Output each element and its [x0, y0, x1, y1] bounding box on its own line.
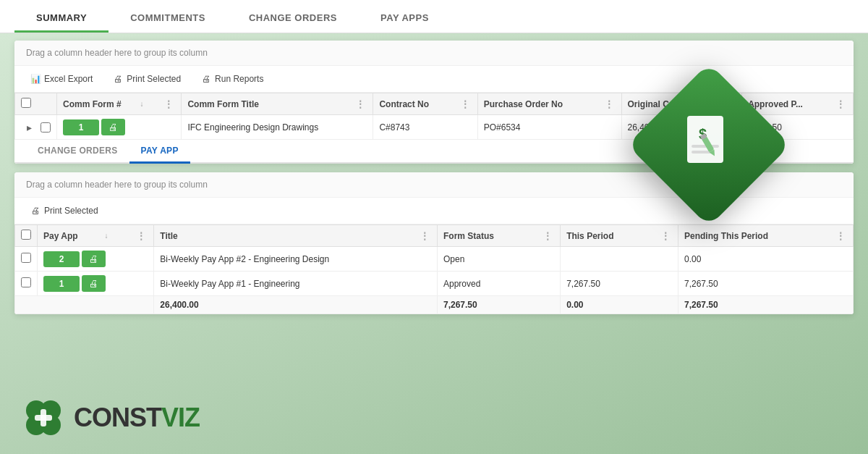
inner-tab-change-orders[interactable]: CHANGE ORDERS: [26, 140, 129, 164]
lower-row-pending-1: 7,267.50: [678, 272, 854, 296]
logo-icon: [22, 396, 65, 440]
footer-row: 26,400.00 7,267.50 0.00 7,267.50: [15, 296, 854, 314]
col-contract-no: Contract No ⋮: [373, 93, 477, 115]
upper-select-all-checkbox[interactable]: [21, 98, 31, 108]
lower-row-this-period-1: 7,267.50: [561, 272, 678, 296]
footer-val1: 26,400.00: [154, 296, 438, 314]
lower-col-menu-1[interactable]: ⋮: [418, 230, 431, 242]
lower-row-status-2: Open: [437, 247, 560, 272]
print-icon: 🖨: [113, 74, 123, 84]
footer-val3: 0.00: [561, 296, 678, 314]
row-num-button[interactable]: 1: [63, 119, 99, 135]
lower-row-num-button-1[interactable]: 1: [43, 276, 80, 292]
lower-row-checkbox-2[interactable]: [21, 253, 31, 263]
lower-row-print-button-2[interactable]: 🖨: [82, 251, 106, 267]
logo-area: CONSTVIZ: [22, 396, 200, 440]
row-contract-no: C#8743: [373, 115, 477, 140]
diamond-content: $: [637, 72, 781, 217]
footer-val4: 7,267.50: [678, 296, 854, 314]
logo-const: CONST: [74, 403, 161, 432]
col-this-period: This Period ⋮: [561, 225, 678, 247]
lower-row-print-button-1[interactable]: 🖨: [82, 275, 106, 292]
upper-select-all-header: [15, 93, 57, 115]
lower-row-title-2: Bi-Weekly Pay App #2 - Engineering Desig…: [154, 247, 438, 272]
lower-col-menu-3[interactable]: ⋮: [659, 230, 672, 242]
print-selected-button[interactable]: 🖨 Print Selected: [109, 72, 185, 86]
top-tabs: SUMMARY COMMITMENTS CHANGE ORDERS PAY AP…: [0, 0, 868, 33]
row-checkbox[interactable]: [41, 122, 51, 133]
table-row: 2 🖨 Bi-Weekly Pay App #2 - Engineering D…: [15, 247, 854, 272]
expand-row-arrow[interactable]: ▸: [21, 122, 38, 133]
row-purchase-order-no: PO#6534: [477, 115, 621, 140]
doc-icon-container: $: [637, 72, 781, 217]
col-menu-icon-0[interactable]: ⋮: [162, 98, 175, 110]
col-pending-this-period: Pending This Period ⋮: [678, 225, 854, 247]
table-row: 1 🖨 Bi-Weekly Pay App #1 - Engineering A…: [15, 272, 854, 296]
lower-col-menu-2[interactable]: ⋮: [541, 230, 554, 242]
lower-row-num-button-2[interactable]: 2: [43, 251, 80, 267]
excel-icon: 📊: [30, 74, 41, 84]
lower-row-check-1: [15, 272, 38, 296]
col-menu-icon-5[interactable]: ⋮: [834, 98, 847, 110]
tab-change-orders[interactable]: CHANGE ORDERS: [227, 5, 359, 33]
lower-col-menu-4[interactable]: ⋮: [834, 230, 847, 242]
lower-row-check-2: [15, 247, 38, 272]
upper-drag-hint: Drag a column header here to group its c…: [14, 41, 854, 66]
col-title: Title ⋮: [154, 225, 438, 247]
run-reports-button[interactable]: 🖨 Run Reports: [197, 72, 268, 86]
lower-sort-icon[interactable]: ↓: [104, 232, 108, 240]
excel-export-button[interactable]: 📊 Excel Export: [26, 72, 97, 86]
svg-rect-13: [35, 415, 52, 421]
lower-row-pending-2: 0.00: [678, 247, 854, 272]
col-form-status: Form Status ⋮: [437, 225, 560, 247]
lower-table: Pay App ↓ ⋮ Title ⋮: [14, 224, 854, 314]
row-comm-form-title: IFC Engineering Design Drawings: [182, 115, 373, 140]
col-menu-icon-2[interactable]: ⋮: [459, 98, 472, 110]
lower-print-selected-button[interactable]: 🖨 Print Selected: [26, 203, 103, 218]
col-comm-form-num: Comm Form # ↓ ⋮: [57, 93, 182, 115]
col-purchase-order-no: Purchase Order No ⋮: [477, 93, 621, 115]
col-comm-form-title: Comm Form Title ⋮: [182, 93, 373, 115]
footer-val2: 7,267.50: [437, 296, 560, 314]
lower-row-status-1: Approved: [437, 272, 560, 296]
lower-col-menu-0[interactable]: ⋮: [135, 230, 148, 242]
lower-select-all-header: [15, 225, 38, 247]
lower-row-this-period-2: [561, 247, 678, 272]
lower-row-checkbox-1[interactable]: [21, 277, 31, 287]
lower-row-pay-app-1: 1 🖨: [38, 272, 154, 296]
col-menu-icon-3[interactable]: ⋮: [603, 98, 616, 110]
main-container: SUMMARY COMMITMENTS CHANGE ORDERS PAY AP…: [0, 0, 868, 454]
row-comm-form-num: 1 🖨: [57, 115, 182, 140]
reports-icon: 🖨: [201, 74, 211, 84]
col-menu-icon-1[interactable]: ⋮: [354, 98, 367, 110]
lower-select-all-checkbox[interactable]: [21, 230, 31, 240]
tab-commitments[interactable]: COMMITMENTS: [109, 5, 227, 33]
document-icon: $: [673, 109, 745, 181]
footer-total-label: [15, 296, 154, 314]
lower-row-title-1: Bi-Weekly Pay App #1 - Engineering: [154, 272, 438, 296]
col-pay-app: Pay App ↓ ⋮: [38, 225, 154, 247]
logo-text: CONSTVIZ: [74, 403, 200, 433]
lower-row-pay-app-2: 2 🖨: [38, 247, 154, 272]
logo-viz: VIZ: [161, 403, 200, 432]
sort-down-icon[interactable]: ↓: [140, 100, 144, 108]
lower-table-container: Pay App ↓ ⋮ Title ⋮: [14, 224, 854, 314]
inner-tab-pay-app[interactable]: PAY APP: [129, 140, 190, 164]
lower-print-icon: 🖨: [30, 206, 41, 216]
tab-pay-apps[interactable]: PAY APPS: [359, 5, 451, 33]
tab-summary[interactable]: SUMMARY: [14, 5, 109, 33]
row-print-button[interactable]: 🖨: [101, 119, 125, 135]
row-expand-cell: ▸: [15, 115, 57, 140]
